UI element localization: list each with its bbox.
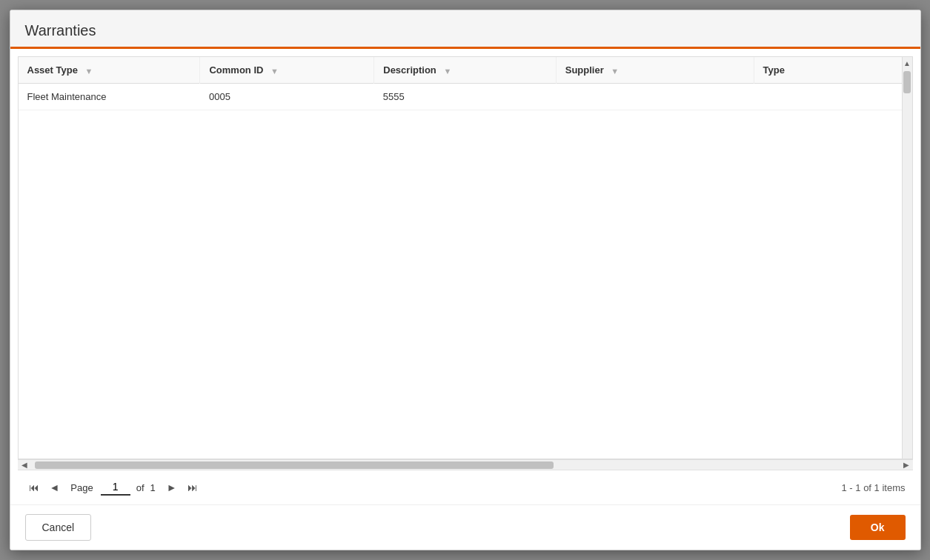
- col-header-common-id: Common ID ▼: [200, 57, 374, 84]
- warranties-dialog: Warranties ▲: [10, 10, 921, 550]
- next-page-button[interactable]: ►: [163, 480, 181, 495]
- cell-asset-type: Fleet Maintenance: [19, 84, 200, 110]
- page-navigation: ⏮ ◄ Page of 1 ► ⏭: [25, 479, 202, 496]
- col-header-asset-type: Asset Type ▼: [19, 57, 200, 84]
- ok-button[interactable]: Ok: [850, 515, 906, 540]
- scroll-right-arrow[interactable]: ▶: [903, 461, 909, 469]
- filter-icon-asset-type[interactable]: ▼: [85, 67, 93, 76]
- filter-icon-supplier[interactable]: ▼: [611, 67, 619, 76]
- cell-common-id: 0005: [200, 84, 374, 110]
- table-container: ▲ Asset Type: [18, 56, 913, 459]
- col-header-type: Type: [754, 57, 911, 84]
- first-page-button[interactable]: ⏮: [25, 480, 43, 495]
- cell-type: [754, 84, 911, 110]
- filter-icon-description[interactable]: ▼: [443, 67, 451, 76]
- scroll-left-arrow[interactable]: ◀: [21, 461, 27, 469]
- last-page-button[interactable]: ⏭: [184, 480, 202, 495]
- warranties-table: Asset Type ▼ Common ID ▼ Description ▼: [19, 57, 912, 110]
- table-scroll-area[interactable]: Asset Type ▼ Common ID ▼ Description ▼: [19, 57, 912, 459]
- cell-description: 5555: [374, 84, 556, 110]
- total-pages: 1: [150, 482, 156, 493]
- filter-icon-common-id[interactable]: ▼: [270, 67, 279, 76]
- scroll-thumb-horizontal[interactable]: [35, 461, 554, 469]
- pagination-bar: ⏮ ◄ Page of 1 ► ⏭ 1 - 1 of 1 items: [18, 470, 913, 504]
- vertical-scrollbar[interactable]: ▲: [902, 57, 912, 459]
- table-row[interactable]: Fleet Maintenance00055555: [19, 84, 912, 110]
- col-header-description: Description ▼: [374, 57, 556, 84]
- prev-page-button[interactable]: ◄: [46, 480, 64, 495]
- dialog-body: ▲ Asset Type: [10, 49, 920, 504]
- table-header-row: Asset Type ▼ Common ID ▼ Description ▼: [19, 57, 912, 84]
- horizontal-scrollbar[interactable]: ◀ ▶: [18, 459, 913, 470]
- of-label: of: [136, 482, 145, 493]
- dialog-footer: Cancel Ok: [10, 504, 920, 550]
- cancel-button[interactable]: Cancel: [25, 514, 92, 541]
- page-number-input[interactable]: [101, 479, 130, 496]
- dialog-header: Warranties: [10, 10, 920, 49]
- page-label: Page: [70, 482, 93, 493]
- cell-supplier: [556, 84, 754, 110]
- dialog-title: Warranties: [25, 22, 96, 39]
- items-info: 1 - 1 of 1 items: [842, 482, 906, 493]
- col-header-supplier: Supplier ▼: [556, 57, 754, 84]
